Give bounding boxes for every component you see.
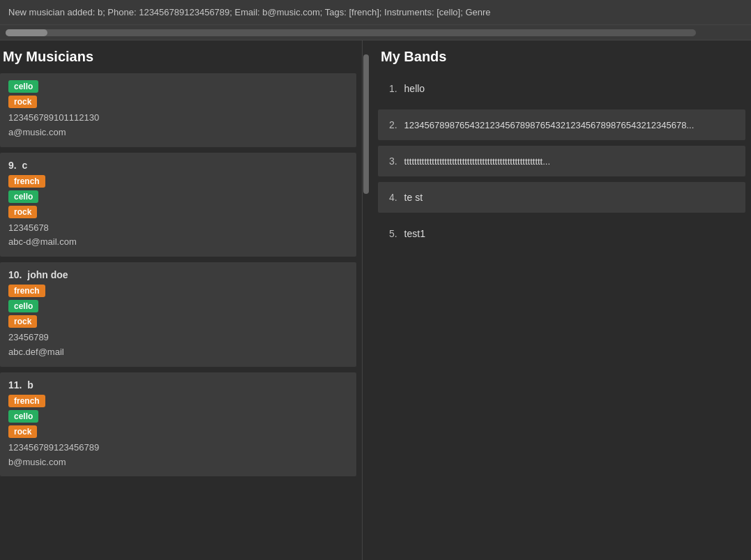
musician-card[interactable]: 9. c french cello rock 12345678 abc-d@ma… [0, 153, 356, 257]
musician-phone: 23456789 [8, 331, 348, 345]
musician-card[interactable]: 10. john doe french cello rock 23456789 … [0, 262, 356, 367]
musician-phone: 12345678 [8, 221, 348, 236]
musician-email: abc-d@mail.com [8, 235, 348, 250]
band-number: 2. [389, 119, 397, 130]
scrollbar-track[interactable] [6, 29, 696, 36]
musicians-panel-title: My Musicians [0, 49, 362, 73]
tag-french-badge: french [8, 175, 45, 188]
band-name: te st [404, 192, 423, 203]
band-item[interactable]: 1. hello [378, 73, 745, 104]
main-content: My Musicians cello rock 1234567891011121… [0, 40, 751, 560]
musician-number: 10. john doe [8, 269, 348, 280]
band-item[interactable]: 3. ttttttttttttttttttttttttttttttttttttt… [378, 146, 745, 176]
band-number: 4. [389, 192, 397, 203]
bands-panel[interactable]: My Bands 1. hello 2. 1234567898765432123… [370, 40, 751, 560]
band-name: 1234567898765432123456789876543212345678… [404, 120, 695, 130]
tag-cello-badge: cello [8, 300, 38, 312]
vertical-scrollbar[interactable] [363, 40, 370, 560]
notification-bar: New musician added: b; Phone: 1234567891… [0, 0, 751, 25]
musician-phone: 123456789123456789 [8, 441, 348, 455]
musician-email: abc.def@mail [8, 345, 348, 360]
band-number: 5. [389, 228, 397, 239]
tag-rock-badge: rock [8, 315, 37, 328]
tag-cello-badge: cello [8, 80, 38, 93]
scrollbar-thumb[interactable] [6, 29, 47, 36]
band-number: 3. [389, 156, 397, 167]
band-name: tttttttttttttttttttttttttttttttttttttttt… [404, 156, 551, 167]
tag-french-badge: french [8, 395, 45, 407]
tag-rock-badge: rock [8, 425, 37, 438]
tag-rock-badge: rock [8, 206, 37, 218]
musician-card[interactable]: 11. b french cello rock 1234567891234567… [0, 372, 356, 477]
musician-email: a@music.com [8, 126, 348, 140]
horizontal-scrollbar[interactable] [0, 25, 751, 40]
band-name: test1 [404, 228, 425, 239]
tag-cello-badge: cello [8, 410, 38, 423]
vertical-scrollbar-thumb[interactable] [363, 54, 369, 194]
tag-french-badge: french [8, 285, 45, 297]
bands-panel-title: My Bands [378, 49, 751, 73]
tag-cello-badge: cello [8, 190, 38, 203]
musician-card[interactable]: cello rock 12345678910111213​0 a@music.c… [0, 73, 356, 147]
musician-phone: 12345678910111213​0 [8, 111, 348, 126]
band-item[interactable]: 5. test1 [378, 218, 745, 249]
band-number: 1. [389, 83, 397, 94]
band-item[interactable]: 4. te st [378, 182, 745, 213]
musician-email: b@music.com [8, 455, 348, 470]
musicians-panel[interactable]: My Musicians cello rock 1234567891011121… [0, 40, 363, 560]
tag-rock-badge: rock [8, 96, 37, 108]
musician-number: 11. b [8, 379, 348, 391]
band-item[interactable]: 2. 1234567898765432123456789876543212345… [378, 109, 745, 140]
musician-number: 9. c [8, 160, 348, 171]
band-name: hello [404, 83, 425, 94]
